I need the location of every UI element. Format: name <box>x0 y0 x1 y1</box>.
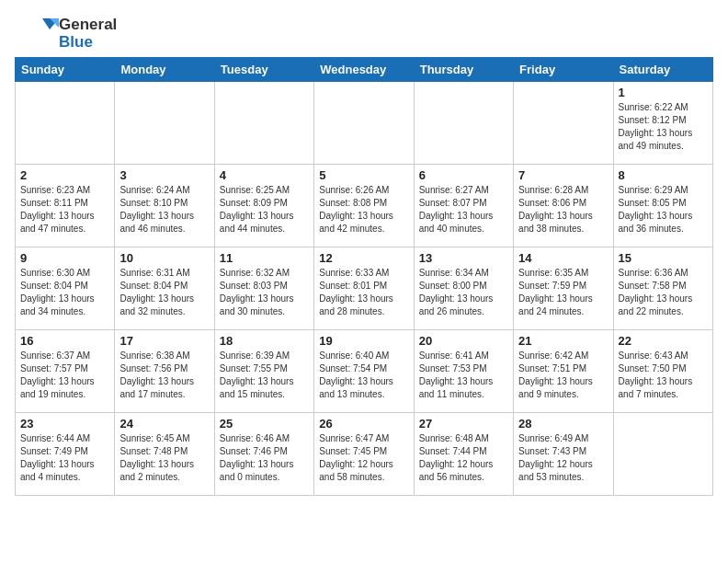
calendar-cell <box>214 82 313 165</box>
day-number: 22 <box>619 334 708 348</box>
day-info: Sunrise: 6:48 AM Sunset: 7:44 PM Dayligh… <box>419 432 508 484</box>
calendar-cell <box>16 82 115 165</box>
calendar-cell: 8Sunrise: 6:29 AM Sunset: 8:05 PM Daylig… <box>613 165 712 247</box>
day-info: Sunrise: 6:37 AM Sunset: 7:57 PM Dayligh… <box>20 350 109 401</box>
calendar-cell: 11Sunrise: 6:32 AM Sunset: 8:03 PM Dayli… <box>214 247 313 330</box>
day-info: Sunrise: 6:35 AM Sunset: 7:59 PM Dayligh… <box>518 267 608 318</box>
calendar-cell: 3Sunrise: 6:24 AM Sunset: 8:10 PM Daylig… <box>115 165 214 247</box>
week-row-5: 23Sunrise: 6:44 AM Sunset: 7:49 PM Dayli… <box>16 413 713 496</box>
calendar-cell: 16Sunrise: 6:37 AM Sunset: 7:57 PM Dayli… <box>16 330 115 413</box>
day-number: 18 <box>220 334 309 348</box>
weekday-header-row: SundayMondayTuesdayWednesdayThursdayFrid… <box>16 58 713 82</box>
calendar-cell: 25Sunrise: 6:46 AM Sunset: 7:46 PM Dayli… <box>214 413 313 496</box>
day-info: Sunrise: 6:22 AM Sunset: 8:12 PM Dayligh… <box>619 101 708 153</box>
day-info: Sunrise: 6:28 AM Sunset: 8:06 PM Dayligh… <box>518 184 608 236</box>
logo-svg <box>15 15 59 53</box>
calendar-cell: 24Sunrise: 6:45 AM Sunset: 7:48 PM Dayli… <box>115 413 214 496</box>
day-number: 20 <box>419 334 508 348</box>
day-number: 3 <box>119 168 209 182</box>
weekday-header-saturday: Saturday <box>613 58 712 82</box>
calendar-cell <box>514 82 613 165</box>
day-info: Sunrise: 6:30 AM Sunset: 8:04 PM Dayligh… <box>20 267 109 318</box>
day-info: Sunrise: 6:25 AM Sunset: 8:09 PM Dayligh… <box>220 184 309 236</box>
day-number: 27 <box>419 417 508 431</box>
calendar-cell: 19Sunrise: 6:40 AM Sunset: 7:54 PM Dayli… <box>314 330 414 413</box>
calendar-cell: 1Sunrise: 6:22 AM Sunset: 8:12 PM Daylig… <box>613 82 712 165</box>
day-info: Sunrise: 6:23 AM Sunset: 8:11 PM Dayligh… <box>20 184 109 236</box>
day-number: 10 <box>119 251 209 265</box>
calendar-cell: 18Sunrise: 6:39 AM Sunset: 7:55 PM Dayli… <box>214 330 313 413</box>
calendar-cell <box>613 413 712 496</box>
day-number: 1 <box>619 86 708 99</box>
calendar-cell: 4Sunrise: 6:25 AM Sunset: 8:09 PM Daylig… <box>214 165 313 247</box>
day-info: Sunrise: 6:46 AM Sunset: 7:46 PM Dayligh… <box>220 432 309 484</box>
day-number: 17 <box>119 334 209 348</box>
week-row-4: 16Sunrise: 6:37 AM Sunset: 7:57 PM Dayli… <box>16 330 713 413</box>
calendar-cell: 13Sunrise: 6:34 AM Sunset: 8:00 PM Dayli… <box>414 247 513 330</box>
day-number: 19 <box>319 334 408 348</box>
calendar-cell: 6Sunrise: 6:27 AM Sunset: 8:07 PM Daylig… <box>414 165 513 247</box>
day-info: Sunrise: 6:40 AM Sunset: 7:54 PM Dayligh… <box>319 350 408 401</box>
weekday-header-thursday: Thursday <box>414 58 513 82</box>
day-number: 16 <box>20 334 109 348</box>
day-number: 5 <box>319 168 408 182</box>
day-info: Sunrise: 6:34 AM Sunset: 8:00 PM Dayligh… <box>419 267 508 318</box>
day-info: Sunrise: 6:42 AM Sunset: 7:51 PM Dayligh… <box>518 350 608 401</box>
day-number: 28 <box>518 417 608 431</box>
day-number: 21 <box>518 334 608 348</box>
calendar-cell: 20Sunrise: 6:41 AM Sunset: 7:53 PM Dayli… <box>414 330 513 413</box>
calendar-cell <box>314 82 414 165</box>
day-number: 9 <box>20 251 109 265</box>
day-info: Sunrise: 6:47 AM Sunset: 7:45 PM Dayligh… <box>319 432 408 484</box>
calendar-cell: 17Sunrise: 6:38 AM Sunset: 7:56 PM Dayli… <box>115 330 214 413</box>
day-number: 7 <box>518 168 608 182</box>
day-number: 11 <box>220 251 309 265</box>
day-number: 24 <box>119 417 209 431</box>
calendar-cell: 15Sunrise: 6:36 AM Sunset: 7:58 PM Dayli… <box>613 247 712 330</box>
day-info: Sunrise: 6:41 AM Sunset: 7:53 PM Dayligh… <box>419 350 508 401</box>
day-number: 13 <box>419 251 508 265</box>
day-number: 4 <box>220 168 309 182</box>
calendar-cell: 7Sunrise: 6:28 AM Sunset: 8:06 PM Daylig… <box>514 165 613 247</box>
day-number: 12 <box>319 251 408 265</box>
day-info: Sunrise: 6:33 AM Sunset: 8:01 PM Dayligh… <box>319 267 408 318</box>
day-info: Sunrise: 6:38 AM Sunset: 7:56 PM Dayligh… <box>119 350 209 401</box>
day-number: 26 <box>319 417 408 431</box>
calendar-cell: 26Sunrise: 6:47 AM Sunset: 7:45 PM Dayli… <box>314 413 414 496</box>
day-info: Sunrise: 6:44 AM Sunset: 7:49 PM Dayligh… <box>20 432 109 484</box>
day-info: Sunrise: 6:43 AM Sunset: 7:50 PM Dayligh… <box>619 350 708 401</box>
calendar-cell: 14Sunrise: 6:35 AM Sunset: 7:59 PM Dayli… <box>514 247 613 330</box>
calendar-cell <box>115 82 214 165</box>
logo-blue: Blue <box>59 34 117 52</box>
weekday-header-sunday: Sunday <box>16 58 115 82</box>
calendar-cell: 9Sunrise: 6:30 AM Sunset: 8:04 PM Daylig… <box>16 247 115 330</box>
day-number: 6 <box>419 168 508 182</box>
day-info: Sunrise: 6:27 AM Sunset: 8:07 PM Dayligh… <box>419 184 508 236</box>
day-info: Sunrise: 6:32 AM Sunset: 8:03 PM Dayligh… <box>220 267 309 318</box>
weekday-header-wednesday: Wednesday <box>314 58 414 82</box>
logo: GeneralBlue <box>15 15 117 53</box>
calendar-cell: 10Sunrise: 6:31 AM Sunset: 8:04 PM Dayli… <box>115 247 214 330</box>
weekday-header-friday: Friday <box>514 58 613 82</box>
weekday-header-monday: Monday <box>115 58 214 82</box>
day-info: Sunrise: 6:49 AM Sunset: 7:43 PM Dayligh… <box>518 432 608 484</box>
logo-general: General <box>59 17 117 34</box>
calendar-cell: 5Sunrise: 6:26 AM Sunset: 8:08 PM Daylig… <box>314 165 414 247</box>
calendar: SundayMondayTuesdayWednesdayThursdayFrid… <box>15 57 713 496</box>
day-number: 2 <box>20 168 109 182</box>
calendar-cell: 12Sunrise: 6:33 AM Sunset: 8:01 PM Dayli… <box>314 247 414 330</box>
week-row-3: 9Sunrise: 6:30 AM Sunset: 8:04 PM Daylig… <box>16 247 713 330</box>
day-info: Sunrise: 6:36 AM Sunset: 7:58 PM Dayligh… <box>619 267 708 318</box>
day-info: Sunrise: 6:29 AM Sunset: 8:05 PM Dayligh… <box>619 184 708 236</box>
day-info: Sunrise: 6:26 AM Sunset: 8:08 PM Dayligh… <box>319 184 408 236</box>
calendar-cell: 27Sunrise: 6:48 AM Sunset: 7:44 PM Dayli… <box>414 413 513 496</box>
weekday-header-tuesday: Tuesday <box>214 58 313 82</box>
calendar-cell: 23Sunrise: 6:44 AM Sunset: 7:49 PM Dayli… <box>16 413 115 496</box>
day-number: 25 <box>220 417 309 431</box>
calendar-cell: 28Sunrise: 6:49 AM Sunset: 7:43 PM Dayli… <box>514 413 613 496</box>
week-row-1: 1Sunrise: 6:22 AM Sunset: 8:12 PM Daylig… <box>16 82 713 165</box>
day-info: Sunrise: 6:24 AM Sunset: 8:10 PM Dayligh… <box>119 184 209 236</box>
calendar-cell: 2Sunrise: 6:23 AM Sunset: 8:11 PM Daylig… <box>16 165 115 247</box>
day-info: Sunrise: 6:45 AM Sunset: 7:48 PM Dayligh… <box>119 432 209 484</box>
day-number: 14 <box>518 251 608 265</box>
